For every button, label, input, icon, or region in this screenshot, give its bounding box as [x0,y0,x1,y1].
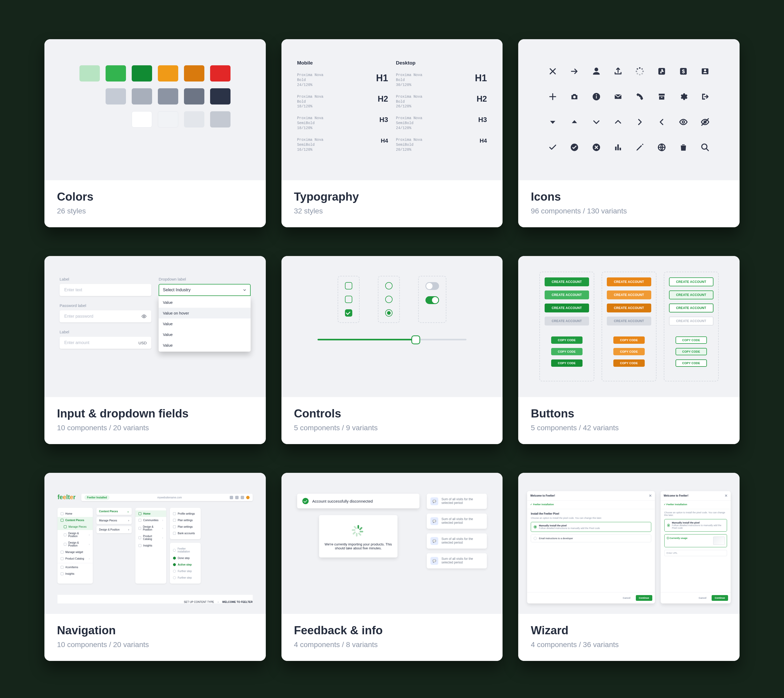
continue-button[interactable]: Continue [711,595,728,601]
archive-icon [657,92,666,102]
card-inputs[interactable]: Label Enter text Password label Enter pa… [45,256,266,444]
menu-item[interactable]: Product Catalog› [135,533,166,542]
card-subtitle: 10 components / 20 variants [57,640,253,649]
info-icon [592,92,601,102]
outline-button[interactable]: CREATE ACCOUNT [669,277,713,286]
cancel-button[interactable]: Cancel [695,595,710,601]
field-label: Password label [59,303,151,308]
secondary-button-hover[interactable]: CREATE ACCOUNT [607,290,651,300]
url-input[interactable]: Enter URL [664,550,727,556]
step-pending[interactable]: Further step [170,568,201,575]
dropdown-select[interactable]: Select Industry [158,284,250,296]
menu-item[interactable]: Insights [135,542,166,549]
amount-input[interactable]: Enter amount USD [59,337,151,349]
checkbox[interactable] [345,296,352,303]
small-outline-button[interactable]: Copy code [675,336,707,344]
small-outline-button[interactable]: Copy code [675,359,707,367]
small-button[interactable]: Copy code [551,336,583,344]
eye-icon[interactable] [141,314,147,319]
button-column-secondary: CREATE ACCOUNT CREATE ACCOUNT CREATE ACC… [602,272,657,381]
card-subtitle: 32 styles [294,207,490,215]
accordion-item[interactable]: Manage Pieces› [96,517,132,524]
button-column-primary: CREATE ACCOUNT CREATE ACCOUNT CREATE ACC… [540,272,594,381]
small-button[interactable]: Copy code [613,336,645,344]
toggle-off[interactable] [426,282,439,290]
wizard-step-sub: Choose an option to install the pixel co… [531,517,651,519]
text-input[interactable]: Enter text [59,284,151,296]
slider-thumb[interactable] [411,336,420,344]
card-colors[interactable]: Colors 26 styles [45,39,266,227]
accordion-item[interactable]: Design & Position› [96,526,132,533]
alert-text: Account successfully disconnected [312,499,373,504]
small-button[interactable]: Copy code [613,348,645,355]
menu-item[interactable]: Insights [58,571,93,577]
topbar-icon[interactable] [235,496,239,499]
dropdown-item[interactable]: Value [158,297,250,308]
menu-item[interactable]: Plan settings [170,524,201,530]
card-controls[interactable]: Controls 5 components / 9 variants [281,256,503,444]
menu-item[interactable]: #comItems [58,563,93,571]
outline-button-hover[interactable]: CREATE ACCOUNT [669,290,713,300]
small-button[interactable]: Copy code [613,359,645,367]
card-icons[interactable]: $ [518,39,739,227]
menu-subitem-selected[interactable]: Manage Pieces [58,524,93,530]
small-button[interactable]: Copy code [551,348,583,355]
checkbox[interactable] [345,282,352,290]
toggle-on[interactable] [426,296,439,304]
step-pending[interactable]: Further step [170,575,201,581]
menu-item[interactable]: Bank accounts [170,530,201,537]
card-feedback[interactable]: Account successfully disconnected We're … [281,473,503,661]
menu-item[interactable]: Home [58,510,93,517]
card-wizard[interactable]: Welcome to Feelter!✕ ✓ Feelter installat… [518,473,739,661]
small-button[interactable]: Copy code [551,359,583,367]
menu-item[interactable]: Communities› [135,517,166,524]
card-navigation[interactable]: feelter Feelter Installed mywebsitename.… [45,473,266,661]
button-column-outline: CREATE ACCOUNT CREATE ACCOUNT CREATE ACC… [664,272,719,381]
close-icon[interactable]: ✕ [649,494,652,498]
menu-subitem[interactable]: Design & Position› [58,530,93,540]
avatar[interactable] [246,496,249,499]
breadcrumb-item[interactable]: SET UP CONTENT TYPE [184,601,214,603]
password-input[interactable]: Enter password [59,310,151,323]
menu-item[interactable]: Design & Position› [135,524,166,533]
wizard-option-selected[interactable]: Manually install the pixelFollow detaile… [664,519,727,532]
step-active[interactable]: Active step [170,561,201,568]
card-typography[interactable]: Mobile Proxima Nova Bold 24/120%H1 Proxi… [281,39,503,227]
menu-item-selected[interactable]: Content Pieces [58,517,93,524]
card-buttons[interactable]: CREATE ACCOUNT CREATE ACCOUNT CREATE ACC… [518,256,739,444]
dropdown-item[interactable]: Value [158,318,250,329]
menu-item[interactable]: Plan settings [170,517,201,524]
dropdown-item[interactable]: Value on hover [158,308,250,318]
radio[interactable] [385,296,393,303]
checkbox-checked[interactable] [345,309,352,317]
primary-button-hover[interactable]: CREATE ACCOUNT [545,290,589,300]
radio-checked[interactable] [385,309,393,317]
menu-item[interactable]: Profile settings [170,510,201,517]
secondary-button-active[interactable]: CREATE ACCOUNT [607,303,651,313]
menu-item[interactable]: Manage widget [58,549,93,555]
topbar-icon[interactable] [230,496,233,499]
camera-icon [570,92,579,102]
continue-button[interactable]: Continue [636,595,652,601]
menu-item-selected[interactable]: Home [135,510,166,517]
primary-button[interactable]: CREATE ACCOUNT [545,277,589,286]
menu-subitem[interactable]: Design & Position› [58,540,93,549]
small-outline-button[interactable]: Copy code [675,348,707,355]
slider[interactable] [317,338,467,341]
accordion-item-selected[interactable]: Content Pieces⌄ [96,508,132,515]
wizard-option[interactable]: Email instructions to a developer [531,535,651,542]
step-done[interactable]: Done step [170,555,201,561]
menu-item[interactable]: Product Catalog› [58,555,93,562]
dropdown-item[interactable]: Value [158,329,250,340]
card-subtitle: 26 styles [57,207,253,215]
close-icon[interactable]: ✕ [725,494,728,498]
outline-button-active[interactable]: CREATE ACCOUNT [669,303,713,313]
dropdown-item[interactable]: Value [158,340,250,351]
primary-button-active[interactable]: CREATE ACCOUNT [545,303,589,313]
wizard-option-selected[interactable]: Manually install the pixelFollow detaile… [531,522,651,532]
cancel-button[interactable]: Cancel [620,595,634,601]
svg-text:$: $ [682,68,685,74]
secondary-button[interactable]: CREATE ACCOUNT [607,277,651,286]
topbar-icon[interactable] [241,496,244,499]
radio[interactable] [385,282,393,290]
